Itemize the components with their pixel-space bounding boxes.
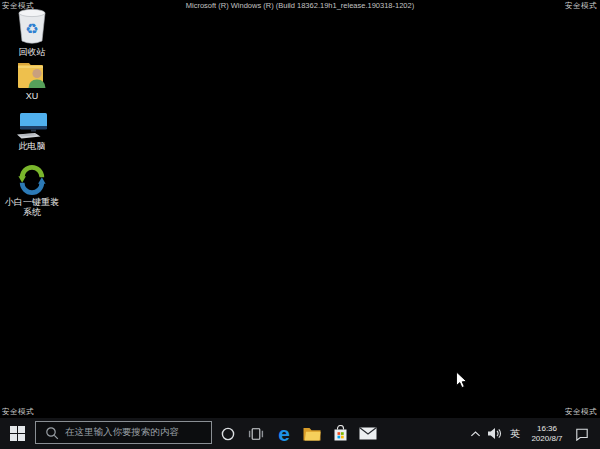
mouse-cursor xyxy=(455,371,468,390)
store-icon xyxy=(333,425,348,442)
action-center-button[interactable] xyxy=(569,418,595,449)
speaker-icon xyxy=(487,427,502,440)
file-explorer-button[interactable] xyxy=(298,418,326,449)
user-folder-icon xyxy=(16,61,48,89)
desktop-icon-this-pc[interactable]: 此电脑 xyxy=(4,112,60,151)
tray-date: 2020/8/7 xyxy=(531,434,562,444)
input-method-button[interactable]: 英 xyxy=(505,418,525,449)
action-center-icon xyxy=(575,427,589,441)
task-view-icon xyxy=(248,426,264,442)
input-method-label: 英 xyxy=(510,427,520,441)
search-icon xyxy=(45,426,59,440)
store-button[interactable] xyxy=(326,418,354,449)
start-button[interactable] xyxy=(0,418,35,449)
desktop-icon-user-folder[interactable]: XU xyxy=(4,61,60,101)
desktop: 安全模式 安全模式 Microsoft (R) Windows (R) (Bui… xyxy=(0,0,600,449)
safe-mode-label-bottom-left: 安全模式 xyxy=(2,407,34,417)
edge-button[interactable]: e xyxy=(270,418,298,449)
task-view-button[interactable] xyxy=(242,418,270,449)
desktop-icon-label: XU xyxy=(4,91,60,101)
volume-button[interactable] xyxy=(483,418,505,449)
desktop-icon-recycle-bin[interactable]: ♻ 回收站 xyxy=(4,7,60,57)
chevron-up-icon xyxy=(470,430,481,438)
taskbar-search-box[interactable]: 在这里输入你要搜索的内容 xyxy=(35,421,212,444)
windows-logo-icon xyxy=(10,426,25,441)
desktop-icon-label: 回收站 xyxy=(4,47,60,57)
hidden-icons-button[interactable] xyxy=(467,418,483,449)
safe-mode-label-bottom-right: 安全模式 xyxy=(565,407,597,417)
system-tray: 英 16:36 2020/8/7 xyxy=(467,418,600,449)
windows-build-text: Microsoft (R) Windows (R) (Build 18362.1… xyxy=(0,1,600,10)
cortana-button[interactable] xyxy=(214,418,242,449)
taskbar: 在这里输入你要搜索的内容 e xyxy=(0,418,600,449)
mail-icon xyxy=(359,427,377,440)
tray-time: 16:36 xyxy=(537,424,557,434)
mail-button[interactable] xyxy=(354,418,382,449)
recycle-symbol: ♻ xyxy=(25,20,38,37)
recycle-bin-icon: ♻ xyxy=(15,7,49,45)
folder-icon xyxy=(303,427,321,441)
search-placeholder: 在这里输入你要搜索的内容 xyxy=(65,426,179,439)
cortana-icon xyxy=(220,426,236,442)
desktop-icon-xiaobai-reinstall[interactable]: 小白一键重装系统 xyxy=(4,165,60,217)
desktop-icon-label: 小白一键重装系统 xyxy=(4,197,60,217)
edge-icon: e xyxy=(278,420,290,448)
desktop-icon-label: 此电脑 xyxy=(4,141,60,151)
this-pc-icon xyxy=(13,112,51,139)
clock-button[interactable]: 16:36 2020/8/7 xyxy=(525,418,569,449)
xiaobai-reinstall-icon xyxy=(16,165,48,195)
